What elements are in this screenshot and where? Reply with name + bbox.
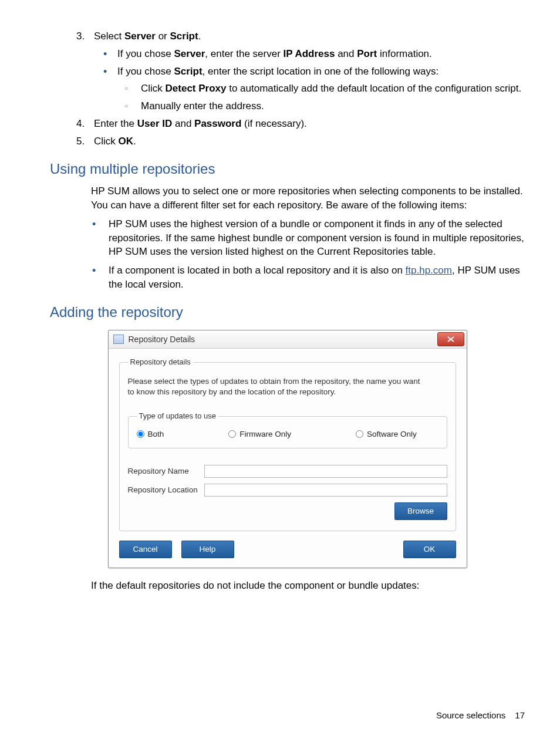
step-3b1: Click Detect Proxy to automatically add …	[141, 82, 525, 96]
step-3b2: Manually enter the address.	[141, 99, 525, 113]
step-3a: If you chose Server, enter the server IP…	[117, 47, 525, 61]
close-icon	[447, 336, 454, 342]
dialog-instructions: Please select the types of updates to ob…	[128, 376, 421, 399]
dialog-title: Repository Details	[129, 334, 435, 346]
repository-details-dialog: Repository Details Repository details Pl…	[108, 330, 467, 568]
radio-software[interactable]	[356, 430, 363, 438]
repository-location-input[interactable]	[204, 484, 447, 497]
update-type-legend: Type of updates to use	[137, 411, 219, 421]
ftp-link[interactable]: ftp.hp.com	[406, 265, 452, 276]
radio-both[interactable]	[137, 430, 144, 438]
radio-both-label[interactable]: Both	[137, 429, 164, 440]
step-3b: If you chose Script, enter the script lo…	[117, 65, 525, 113]
radio-firmware[interactable]	[228, 430, 236, 438]
cancel-button[interactable]: Cancel	[119, 541, 172, 558]
repository-location-label: Repository Location	[128, 485, 204, 496]
repository-details-legend: Repository details	[128, 357, 193, 367]
page-footer: Source selections17	[436, 709, 525, 721]
step-3: 3. Select Server or Script. If you chose…	[94, 29, 525, 113]
step-4: 4. Enter the User ID and Password (if ne…	[94, 117, 525, 131]
repository-name-label: Repository Name	[128, 466, 204, 477]
repository-details-group: Repository details Please select the typ…	[119, 357, 456, 531]
after-dialog-text: If the default repositories do not inclu…	[91, 579, 525, 593]
help-button[interactable]: Help	[181, 541, 234, 558]
window-icon	[113, 335, 124, 344]
ok-button[interactable]: OK	[403, 541, 456, 558]
repository-name-input[interactable]	[204, 465, 447, 478]
radio-software-label[interactable]: Software Only	[356, 429, 417, 440]
browse-button[interactable]: Browse	[394, 502, 447, 520]
dialog-titlebar: Repository Details	[109, 330, 467, 349]
radio-firmware-label[interactable]: Firmware Only	[228, 429, 291, 440]
close-button[interactable]	[437, 332, 464, 346]
heading-adding-the-repository: Adding the repository	[50, 302, 525, 322]
update-type-group: Type of updates to use Both Firmware Onl…	[128, 411, 447, 448]
section1-para: HP SUM allows you to select one or more …	[91, 184, 525, 212]
step-5: 5. Click OK.	[94, 134, 525, 148]
section1-bullet1: HP SUM uses the highest version of a bun…	[109, 217, 525, 259]
section1-bullet2: If a component is located in both a loca…	[109, 264, 525, 292]
heading-using-multiple-repositories: Using multiple repositories	[50, 159, 525, 179]
